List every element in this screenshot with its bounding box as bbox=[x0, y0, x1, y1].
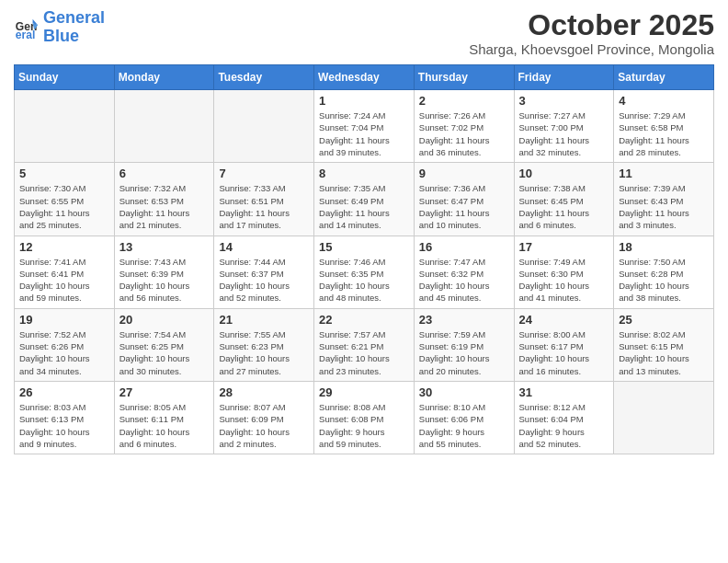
day-info: Sunrise: 7:52 AM Sunset: 6:26 PM Dayligh… bbox=[19, 328, 109, 377]
day-info: Sunrise: 7:59 AM Sunset: 6:19 PM Dayligh… bbox=[419, 328, 509, 377]
calendar-week-row: 5Sunrise: 7:30 AM Sunset: 6:55 PM Daylig… bbox=[15, 163, 714, 236]
day-info: Sunrise: 7:30 AM Sunset: 6:55 PM Dayligh… bbox=[19, 182, 109, 231]
weekday-header: Saturday bbox=[614, 65, 714, 90]
calendar-cell: 5Sunrise: 7:30 AM Sunset: 6:55 PM Daylig… bbox=[15, 163, 115, 236]
day-number: 16 bbox=[419, 240, 509, 254]
weekday-header: Wednesday bbox=[314, 65, 415, 90]
day-number: 26 bbox=[19, 385, 109, 399]
day-info: Sunrise: 7:44 AM Sunset: 6:37 PM Dayligh… bbox=[219, 256, 309, 304]
day-number: 15 bbox=[319, 240, 409, 254]
day-info: Sunrise: 7:54 AM Sunset: 6:25 PM Dayligh… bbox=[119, 328, 210, 377]
logo: Gen eral GeneralBlue bbox=[14, 9, 105, 46]
day-number: 5 bbox=[19, 167, 109, 180]
weekday-header: Monday bbox=[114, 65, 214, 90]
page-header: Gen eral GeneralBlue October 2025 Sharga… bbox=[14, 9, 714, 57]
calendar-subtitle: Sharga, Khoevsgoel Province, Mongolia bbox=[469, 41, 714, 57]
calendar-table: SundayMondayTuesdayWednesdayThursdayFrid… bbox=[14, 64, 714, 454]
calendar-cell bbox=[614, 381, 714, 454]
day-number: 10 bbox=[519, 167, 609, 180]
day-number: 25 bbox=[619, 313, 709, 327]
calendar-cell: 12Sunrise: 7:41 AM Sunset: 6:41 PM Dayli… bbox=[15, 236, 115, 308]
day-info: Sunrise: 7:36 AM Sunset: 6:47 PM Dayligh… bbox=[419, 182, 509, 231]
day-info: Sunrise: 7:57 AM Sunset: 6:21 PM Dayligh… bbox=[319, 328, 409, 377]
calendar-cell: 11Sunrise: 7:39 AM Sunset: 6:43 PM Dayli… bbox=[614, 163, 714, 236]
calendar-cell: 20Sunrise: 7:54 AM Sunset: 6:25 PM Dayli… bbox=[114, 308, 214, 381]
day-info: Sunrise: 8:10 AM Sunset: 6:06 PM Dayligh… bbox=[419, 401, 509, 450]
logo-text: GeneralBlue bbox=[43, 9, 105, 46]
calendar-title: October 2025 bbox=[469, 9, 714, 41]
calendar-cell: 2Sunrise: 7:26 AM Sunset: 7:02 PM Daylig… bbox=[414, 90, 514, 163]
calendar-cell bbox=[214, 90, 314, 163]
day-number: 3 bbox=[519, 94, 609, 108]
calendar-cell: 15Sunrise: 7:46 AM Sunset: 6:35 PM Dayli… bbox=[314, 236, 415, 308]
calendar-cell: 17Sunrise: 7:49 AM Sunset: 6:30 PM Dayli… bbox=[514, 236, 614, 308]
calendar-cell: 23Sunrise: 7:59 AM Sunset: 6:19 PM Dayli… bbox=[414, 308, 514, 381]
day-info: Sunrise: 7:26 AM Sunset: 7:02 PM Dayligh… bbox=[419, 109, 509, 158]
day-info: Sunrise: 8:03 AM Sunset: 6:13 PM Dayligh… bbox=[19, 401, 109, 450]
weekday-header: Thursday bbox=[414, 65, 514, 90]
day-info: Sunrise: 7:32 AM Sunset: 6:53 PM Dayligh… bbox=[119, 182, 210, 231]
calendar-cell: 29Sunrise: 8:08 AM Sunset: 6:08 PM Dayli… bbox=[314, 381, 415, 454]
day-number: 27 bbox=[119, 385, 210, 399]
calendar-week-row: 12Sunrise: 7:41 AM Sunset: 6:41 PM Dayli… bbox=[15, 236, 714, 308]
day-number: 21 bbox=[219, 313, 309, 327]
calendar-cell: 19Sunrise: 7:52 AM Sunset: 6:26 PM Dayli… bbox=[15, 308, 115, 381]
day-info: Sunrise: 7:55 AM Sunset: 6:23 PM Dayligh… bbox=[219, 328, 309, 377]
day-info: Sunrise: 7:27 AM Sunset: 7:00 PM Dayligh… bbox=[519, 109, 609, 158]
day-number: 6 bbox=[119, 167, 210, 180]
calendar-cell: 27Sunrise: 8:05 AM Sunset: 6:11 PM Dayli… bbox=[114, 381, 214, 454]
day-number: 1 bbox=[319, 94, 409, 108]
day-number: 20 bbox=[119, 313, 210, 327]
day-info: Sunrise: 7:39 AM Sunset: 6:43 PM Dayligh… bbox=[619, 182, 709, 231]
day-number: 8 bbox=[319, 167, 409, 180]
calendar-cell: 21Sunrise: 7:55 AM Sunset: 6:23 PM Dayli… bbox=[214, 308, 314, 381]
calendar-cell: 3Sunrise: 7:27 AM Sunset: 7:00 PM Daylig… bbox=[514, 90, 614, 163]
day-number: 24 bbox=[519, 313, 609, 327]
calendar-cell: 16Sunrise: 7:47 AM Sunset: 6:32 PM Dayli… bbox=[414, 236, 514, 308]
day-info: Sunrise: 7:50 AM Sunset: 6:28 PM Dayligh… bbox=[619, 256, 709, 304]
calendar-cell: 8Sunrise: 7:35 AM Sunset: 6:49 PM Daylig… bbox=[314, 163, 415, 236]
svg-text:eral: eral bbox=[16, 29, 36, 40]
logo-icon: Gen eral bbox=[14, 15, 40, 40]
calendar-cell: 24Sunrise: 8:00 AM Sunset: 6:17 PM Dayli… bbox=[514, 308, 614, 381]
calendar-cell bbox=[15, 90, 115, 163]
day-info: Sunrise: 7:29 AM Sunset: 6:58 PM Dayligh… bbox=[619, 109, 709, 158]
calendar-cell bbox=[114, 90, 214, 163]
day-info: Sunrise: 7:43 AM Sunset: 6:39 PM Dayligh… bbox=[119, 256, 210, 304]
weekday-header: Sunday bbox=[15, 65, 115, 90]
day-number: 2 bbox=[419, 94, 509, 108]
day-number: 29 bbox=[319, 385, 409, 399]
day-number: 18 bbox=[619, 240, 709, 254]
day-info: Sunrise: 8:12 AM Sunset: 6:04 PM Dayligh… bbox=[519, 401, 609, 450]
calendar-cell: 25Sunrise: 8:02 AM Sunset: 6:15 PM Dayli… bbox=[614, 308, 714, 381]
day-info: Sunrise: 8:07 AM Sunset: 6:09 PM Dayligh… bbox=[219, 401, 309, 450]
calendar-cell: 9Sunrise: 7:36 AM Sunset: 6:47 PM Daylig… bbox=[414, 163, 514, 236]
calendar-week-row: 26Sunrise: 8:03 AM Sunset: 6:13 PM Dayli… bbox=[15, 381, 714, 454]
day-info: Sunrise: 8:00 AM Sunset: 6:17 PM Dayligh… bbox=[519, 328, 609, 377]
day-number: 17 bbox=[519, 240, 609, 254]
day-info: Sunrise: 7:46 AM Sunset: 6:35 PM Dayligh… bbox=[319, 256, 409, 304]
weekday-header-row: SundayMondayTuesdayWednesdayThursdayFrid… bbox=[15, 65, 714, 90]
day-info: Sunrise: 7:38 AM Sunset: 6:45 PM Dayligh… bbox=[519, 182, 609, 231]
day-number: 7 bbox=[219, 167, 309, 180]
calendar-cell: 26Sunrise: 8:03 AM Sunset: 6:13 PM Dayli… bbox=[15, 381, 115, 454]
day-info: Sunrise: 7:24 AM Sunset: 7:04 PM Dayligh… bbox=[319, 109, 409, 158]
day-info: Sunrise: 8:05 AM Sunset: 6:11 PM Dayligh… bbox=[119, 401, 210, 450]
calendar-cell: 1Sunrise: 7:24 AM Sunset: 7:04 PM Daylig… bbox=[314, 90, 415, 163]
calendar-cell: 18Sunrise: 7:50 AM Sunset: 6:28 PM Dayli… bbox=[614, 236, 714, 308]
day-number: 11 bbox=[619, 167, 709, 180]
calendar-cell: 7Sunrise: 7:33 AM Sunset: 6:51 PM Daylig… bbox=[214, 163, 314, 236]
title-block: October 2025 Sharga, Khoevsgoel Province… bbox=[469, 9, 714, 57]
calendar-cell: 22Sunrise: 7:57 AM Sunset: 6:21 PM Dayli… bbox=[314, 308, 415, 381]
day-info: Sunrise: 7:41 AM Sunset: 6:41 PM Dayligh… bbox=[19, 256, 109, 304]
calendar-cell: 14Sunrise: 7:44 AM Sunset: 6:37 PM Dayli… bbox=[214, 236, 314, 308]
day-number: 4 bbox=[619, 94, 709, 108]
day-info: Sunrise: 7:47 AM Sunset: 6:32 PM Dayligh… bbox=[419, 256, 509, 304]
day-info: Sunrise: 8:02 AM Sunset: 6:15 PM Dayligh… bbox=[619, 328, 709, 377]
day-info: Sunrise: 7:35 AM Sunset: 6:49 PM Dayligh… bbox=[319, 182, 409, 231]
weekday-header: Tuesday bbox=[214, 65, 314, 90]
day-info: Sunrise: 8:08 AM Sunset: 6:08 PM Dayligh… bbox=[319, 401, 409, 450]
calendar-cell: 6Sunrise: 7:32 AM Sunset: 6:53 PM Daylig… bbox=[114, 163, 214, 236]
calendar-cell: 13Sunrise: 7:43 AM Sunset: 6:39 PM Dayli… bbox=[114, 236, 214, 308]
day-number: 30 bbox=[419, 385, 509, 399]
